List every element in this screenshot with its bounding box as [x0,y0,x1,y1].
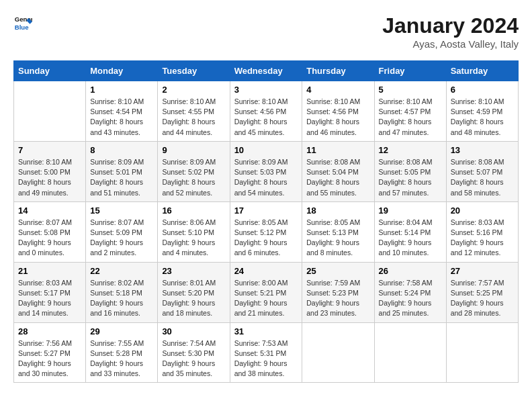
calendar-table: SundayMondayTuesdayWednesdayThursdayFrid… [13,60,519,383]
day-info: Sunrise: 8:01 AMSunset: 5:20 PMDaylight:… [162,278,225,319]
calendar-cell: 9Sunrise: 8:09 AMSunset: 5:02 PMDaylight… [158,141,230,201]
day-number: 9 [162,145,225,155]
calendar-week-row: 1Sunrise: 8:10 AMSunset: 4:54 PMDaylight… [14,81,519,142]
day-number: 2 [162,85,225,95]
title-block: January 2024 Ayas, Aosta Valley, Italy [382,13,519,50]
calendar-cell: 1Sunrise: 8:10 AMSunset: 4:54 PMDaylight… [86,81,158,142]
calendar-cell: 15Sunrise: 8:07 AMSunset: 5:09 PMDayligh… [86,201,158,262]
location: Ayas, Aosta Valley, Italy [382,38,519,50]
day-number: 22 [90,266,153,276]
day-header-monday: Monday [86,61,158,81]
day-info: Sunrise: 7:57 AMSunset: 5:25 PMDaylight:… [451,278,514,319]
day-info: Sunrise: 7:55 AMSunset: 5:28 PMDaylight:… [90,338,153,379]
calendar-cell: 23Sunrise: 8:01 AMSunset: 5:20 PMDayligh… [158,262,230,322]
day-number: 5 [379,85,442,95]
day-number: 4 [306,85,369,95]
day-info: Sunrise: 8:10 AMSunset: 4:57 PMDaylight:… [379,97,442,138]
day-info: Sunrise: 7:54 AMSunset: 5:30 PMDaylight:… [162,338,225,379]
day-info: Sunrise: 8:03 AMSunset: 5:17 PMDaylight:… [18,278,81,319]
day-number: 24 [234,266,298,276]
day-info: Sunrise: 8:07 AMSunset: 5:08 PMDaylight:… [18,218,81,259]
day-info: Sunrise: 8:03 AMSunset: 5:16 PMDaylight:… [451,218,514,259]
calendar-cell: 17Sunrise: 8:05 AMSunset: 5:12 PMDayligh… [230,201,302,262]
day-info: Sunrise: 7:58 AMSunset: 5:24 PMDaylight:… [379,278,442,319]
day-number: 6 [451,85,514,95]
calendar-week-row: 7Sunrise: 8:10 AMSunset: 5:00 PMDaylight… [14,141,519,201]
calendar-cell: 26Sunrise: 7:58 AMSunset: 5:24 PMDayligh… [374,262,446,322]
calendar-header-row: SundayMondayTuesdayWednesdayThursdayFrid… [14,61,519,81]
day-info: Sunrise: 8:02 AMSunset: 5:18 PMDaylight:… [90,278,153,319]
day-number: 28 [18,326,81,336]
calendar-cell: 27Sunrise: 7:57 AMSunset: 5:25 PMDayligh… [446,262,518,322]
day-header-saturday: Saturday [446,61,518,81]
day-number: 30 [162,326,225,336]
day-number: 11 [306,145,369,155]
calendar-cell: 10Sunrise: 8:09 AMSunset: 5:03 PMDayligh… [230,141,302,201]
day-info: Sunrise: 8:07 AMSunset: 5:09 PMDaylight:… [90,218,153,259]
day-header-thursday: Thursday [302,61,374,81]
day-number: 7 [18,145,81,155]
day-number: 25 [306,266,369,276]
day-number: 15 [90,205,153,216]
day-header-tuesday: Tuesday [158,61,230,81]
calendar-cell: 7Sunrise: 8:10 AMSunset: 5:00 PMDaylight… [14,141,86,201]
day-info: Sunrise: 8:08 AMSunset: 5:07 PMDaylight:… [451,157,514,198]
calendar-week-row: 14Sunrise: 8:07 AMSunset: 5:08 PMDayligh… [14,201,519,262]
day-info: Sunrise: 8:10 AMSunset: 4:54 PMDaylight:… [90,97,153,138]
calendar-cell [374,322,446,383]
day-number: 13 [451,145,514,155]
day-number: 8 [90,145,153,155]
calendar-cell: 29Sunrise: 7:55 AMSunset: 5:28 PMDayligh… [86,322,158,383]
calendar-cell: 22Sunrise: 8:02 AMSunset: 5:18 PMDayligh… [86,262,158,322]
day-header-friday: Friday [374,61,446,81]
calendar-cell: 18Sunrise: 8:05 AMSunset: 5:13 PMDayligh… [302,201,374,262]
day-number: 26 [379,266,442,276]
day-number: 29 [90,326,153,336]
day-info: Sunrise: 8:08 AMSunset: 5:05 PMDaylight:… [379,157,442,198]
calendar-cell: 25Sunrise: 7:59 AMSunset: 5:23 PMDayligh… [302,262,374,322]
calendar-cell: 14Sunrise: 8:07 AMSunset: 5:08 PMDayligh… [14,201,86,262]
calendar-cell: 16Sunrise: 8:06 AMSunset: 5:10 PMDayligh… [158,201,230,262]
day-number: 14 [18,205,81,216]
calendar-cell: 11Sunrise: 8:08 AMSunset: 5:04 PMDayligh… [302,141,374,201]
day-number: 31 [234,326,298,336]
calendar-week-row: 28Sunrise: 7:56 AMSunset: 5:27 PMDayligh… [14,322,519,383]
calendar-cell [302,322,374,383]
calendar-cell: 28Sunrise: 7:56 AMSunset: 5:27 PMDayligh… [14,322,86,383]
day-info: Sunrise: 7:59 AMSunset: 5:23 PMDaylight:… [306,278,369,319]
day-number: 19 [379,205,442,216]
calendar-cell [446,322,518,383]
day-info: Sunrise: 8:04 AMSunset: 5:14 PMDaylight:… [379,218,442,259]
day-info: Sunrise: 8:00 AMSunset: 5:21 PMDaylight:… [234,278,298,319]
calendar-cell [14,81,86,142]
day-info: Sunrise: 7:56 AMSunset: 5:27 PMDaylight:… [18,338,81,379]
day-info: Sunrise: 8:10 AMSunset: 4:59 PMDaylight:… [451,97,514,138]
calendar-cell: 20Sunrise: 8:03 AMSunset: 5:16 PMDayligh… [446,201,518,262]
day-info: Sunrise: 8:10 AMSunset: 5:00 PMDaylight:… [18,157,81,198]
calendar-cell: 6Sunrise: 8:10 AMSunset: 4:59 PMDaylight… [446,81,518,142]
month-title: January 2024 [382,13,519,38]
day-info: Sunrise: 8:09 AMSunset: 5:02 PMDaylight:… [162,157,225,198]
day-number: 21 [18,266,81,276]
day-number: 20 [451,205,514,216]
day-number: 12 [379,145,442,155]
day-header-sunday: Sunday [14,61,86,81]
day-info: Sunrise: 8:06 AMSunset: 5:10 PMDaylight:… [162,218,225,259]
day-info: Sunrise: 8:10 AMSunset: 4:56 PMDaylight:… [234,97,298,138]
day-info: Sunrise: 8:05 AMSunset: 5:12 PMDaylight:… [234,218,298,259]
day-number: 3 [234,85,298,95]
calendar-cell: 13Sunrise: 8:08 AMSunset: 5:07 PMDayligh… [446,141,518,201]
calendar-cell: 4Sunrise: 8:10 AMSunset: 4:56 PMDaylight… [302,81,374,142]
day-info: Sunrise: 8:09 AMSunset: 5:01 PMDaylight:… [90,157,153,198]
calendar-cell: 31Sunrise: 7:53 AMSunset: 5:31 PMDayligh… [230,322,302,383]
calendar-cell: 5Sunrise: 8:10 AMSunset: 4:57 PMDaylight… [374,81,446,142]
calendar-cell: 2Sunrise: 8:10 AMSunset: 4:55 PMDaylight… [158,81,230,142]
svg-text:Blue: Blue [15,24,29,31]
day-number: 23 [162,266,225,276]
calendar-cell: 24Sunrise: 8:00 AMSunset: 5:21 PMDayligh… [230,262,302,322]
day-number: 18 [306,205,369,216]
day-header-wednesday: Wednesday [230,61,302,81]
calendar-body: 1Sunrise: 8:10 AMSunset: 4:54 PMDaylight… [14,81,519,383]
logo: General Blue [13,13,32,32]
calendar-cell: 21Sunrise: 8:03 AMSunset: 5:17 PMDayligh… [14,262,86,322]
